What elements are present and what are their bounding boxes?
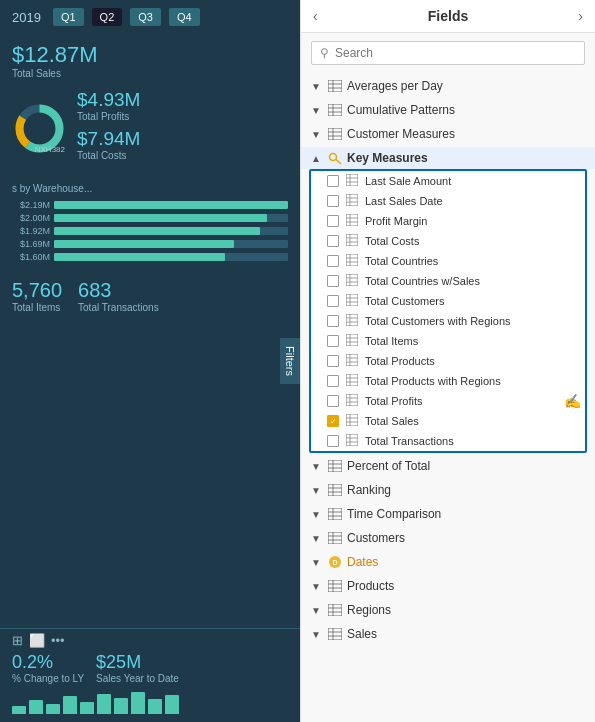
- svg-rect-7: [328, 104, 342, 116]
- expand-icon[interactable]: ⬜: [29, 633, 45, 648]
- mini-bar-5: [80, 702, 94, 714]
- field-last-sales-date[interactable]: Last Sales Date: [311, 191, 585, 211]
- group-ranking-header[interactable]: ▼ Ranking: [301, 479, 595, 501]
- search-box[interactable]: ⚲: [311, 41, 585, 65]
- profits-value: $4.93M: [77, 89, 140, 111]
- group-customer: ▼ Customer Measures: [301, 123, 595, 145]
- group-regions-header[interactable]: ▼ Regions: [301, 599, 595, 621]
- group-customer-header[interactable]: ▼ Customer Measures: [301, 123, 595, 145]
- total-items-value: 5,760: [12, 279, 62, 302]
- svg-rect-69: [346, 434, 358, 446]
- label-total-customers: Total Customers: [365, 295, 577, 307]
- panel-nav-left[interactable]: ‹: [313, 8, 318, 24]
- total-transactions-metric: 683 Total Transactions: [78, 279, 159, 319]
- filters-tab[interactable]: Filters: [280, 338, 300, 384]
- group-percent-header[interactable]: ▼ Percent of Total: [301, 455, 595, 477]
- table-icon-customers: [327, 532, 343, 544]
- bottom-toolbar: ⊞ ⬜ •••: [12, 629, 288, 652]
- field-last-sale-amount[interactable]: Last Sale Amount: [311, 171, 585, 191]
- field-total-sales[interactable]: Total Sales: [311, 411, 585, 431]
- mini-bar-6: [97, 694, 111, 714]
- field-total-costs[interactable]: Total Costs: [311, 231, 585, 251]
- bar-row-1: $2.19M: [12, 200, 288, 210]
- group-time-header[interactable]: ▼ Time Comparison: [301, 503, 595, 525]
- checkbox-total-countries[interactable]: [327, 255, 339, 267]
- bar-row-3: $1.92M: [12, 226, 288, 236]
- expand-customers-icon: ▼: [311, 533, 323, 544]
- svg-rect-99: [328, 628, 342, 640]
- q3-button[interactable]: Q3: [130, 8, 161, 26]
- type-icon-total-costs: [345, 234, 359, 248]
- group-ranking-label: Ranking: [347, 483, 585, 497]
- count-metrics: 5,760 Total Items 683 Total Transactions: [12, 279, 288, 319]
- group-key-header[interactable]: ▲ Key Measures: [301, 147, 595, 169]
- group-averages-header[interactable]: ▼ Averages per Day: [301, 75, 595, 97]
- checkbox-total-sales[interactable]: [327, 415, 339, 427]
- checkbox-last-sales-date[interactable]: [327, 195, 339, 207]
- warehouse-label: s by Warehouse...: [12, 183, 288, 194]
- mini-bar-7: [114, 698, 128, 714]
- expand-averages-icon: ▼: [311, 81, 323, 92]
- label-total-countries: Total Countries: [365, 255, 577, 267]
- field-total-customers[interactable]: Total Customers: [311, 291, 585, 311]
- nav-forward-icon[interactable]: ›: [578, 8, 583, 24]
- group-dates-header[interactable]: ▼ D Dates: [301, 551, 595, 573]
- field-total-countries[interactable]: Total Countries: [311, 251, 585, 271]
- checkbox-total-customers-regions[interactable]: [327, 315, 339, 327]
- year-label: 2019: [12, 10, 41, 25]
- group-ranking: ▼ Ranking: [301, 479, 595, 501]
- type-icon-total-countries-wsales: [345, 274, 359, 288]
- q1-button[interactable]: Q1: [53, 8, 84, 26]
- bar-val-1: $2.19M: [12, 200, 50, 210]
- svg-rect-25: [346, 214, 358, 226]
- group-customers-header[interactable]: ▼ Customers: [301, 527, 595, 549]
- bar-val-5: $1.60M: [12, 252, 50, 262]
- q4-button[interactable]: Q4: [169, 8, 200, 26]
- mini-bar-4: [63, 696, 77, 714]
- search-input[interactable]: [335, 46, 576, 60]
- group-key-measures: ▲ Key Measures Last Sale Amount: [301, 147, 595, 453]
- key-measures-items: Last Sale Amount Last Sales Date P: [309, 169, 587, 453]
- checkbox-total-products-regions[interactable]: [327, 375, 339, 387]
- field-total-profits[interactable]: Total Profits ✍: [311, 391, 585, 411]
- group-dates: ▼ D Dates: [301, 551, 595, 573]
- field-total-transactions[interactable]: Total Transactions: [311, 431, 585, 451]
- group-sales-header[interactable]: ▼ Sales: [301, 623, 595, 645]
- group-products-header[interactable]: ▼ Products: [301, 575, 595, 597]
- panel-nav-right[interactable]: ›: [578, 8, 583, 24]
- total-items-metric: 5,760 Total Items: [12, 279, 62, 319]
- field-total-products-regions[interactable]: Total Products with Regions: [311, 371, 585, 391]
- bottom-bar-chart: [12, 684, 288, 714]
- checkbox-last-sale-amount[interactable]: [327, 175, 339, 187]
- group-regions: ▼ Regions: [301, 599, 595, 621]
- mini-bar-1: [12, 706, 26, 714]
- checkbox-total-costs[interactable]: [327, 235, 339, 247]
- checkbox-total-transactions[interactable]: [327, 435, 339, 447]
- checkbox-total-products[interactable]: [327, 355, 339, 367]
- nav-back-icon[interactable]: ‹: [313, 8, 318, 24]
- group-cumulative-header[interactable]: ▼ Cumulative Patterns: [301, 99, 595, 121]
- field-total-customers-regions[interactable]: Total Customers with Regions: [311, 311, 585, 331]
- more-icon[interactable]: •••: [51, 633, 65, 648]
- table-icon-averages: [327, 80, 343, 92]
- fields-list: ▼ Averages per Day ▼ Cumulative Patterns…: [301, 73, 595, 722]
- checkbox-total-profits[interactable]: [327, 395, 339, 407]
- fields-panel: ‹ Fields › ⚲ ▼ Averages per Day ▼: [300, 0, 595, 722]
- checkbox-total-customers[interactable]: [327, 295, 339, 307]
- svg-rect-77: [328, 484, 342, 496]
- field-total-products[interactable]: Total Products: [311, 351, 585, 371]
- checkbox-total-items[interactable]: [327, 335, 339, 347]
- field-total-countries-wsales[interactable]: Total Countries w/Sales: [311, 271, 585, 291]
- type-icon-total-transactions: [345, 434, 359, 448]
- svg-rect-53: [346, 354, 358, 366]
- checkbox-profit-margin[interactable]: [327, 215, 339, 227]
- checkbox-total-countries-wsales[interactable]: [327, 275, 339, 287]
- field-profit-margin[interactable]: Profit Margin: [311, 211, 585, 231]
- q2-button[interactable]: Q2: [92, 8, 123, 26]
- donut-row: NXH382 $4.93M Total Profits $7.94M Total…: [12, 89, 288, 167]
- field-total-items[interactable]: Total Items: [311, 331, 585, 351]
- filter-icon[interactable]: ⊞: [12, 633, 23, 648]
- ytd-label: Sales Year to Date: [96, 673, 179, 684]
- label-profit-margin: Profit Margin: [365, 215, 577, 227]
- svg-rect-33: [346, 254, 358, 266]
